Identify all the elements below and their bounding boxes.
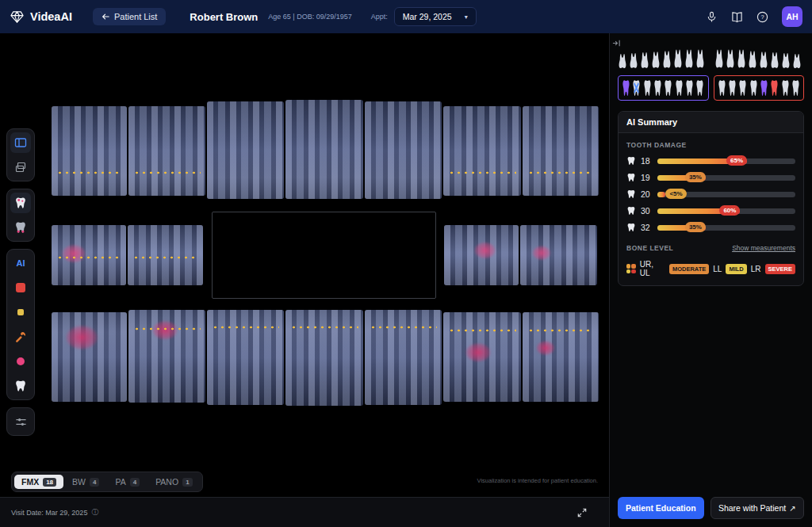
education-library-icon[interactable] [731, 11, 743, 23]
tab-bw[interactable]: BW4 [65, 475, 106, 489]
collapse-panel-icon[interactable] [612, 39, 621, 48]
lower-right-quadrant-box[interactable] [714, 75, 805, 101]
xray-image[interactable] [285, 310, 363, 406]
tooth-icon[interactable] [726, 48, 735, 70]
tab-fmx[interactable]: FMX18 [14, 475, 63, 489]
xray-image[interactable] [52, 106, 127, 196]
xray-image[interactable] [443, 106, 521, 196]
calculus-markers [212, 325, 279, 330]
tooth-icon[interactable] [781, 78, 790, 97]
videa-logo-icon [10, 10, 25, 24]
appointment-date-select[interactable]: Mar 29, 2025 ▾ [394, 7, 477, 26]
user-avatar[interactable]: AH [782, 6, 802, 27]
calculus-markers [132, 255, 199, 260]
tooth-icon[interactable] [622, 78, 630, 97]
brand: VideaAI [10, 10, 72, 24]
tooth-icon[interactable] [640, 51, 649, 70]
lesions-layer-button[interactable] [10, 351, 31, 372]
tooth-icon[interactable] [662, 49, 672, 70]
tooth-damage-row[interactable]: 1865% [626, 156, 795, 166]
tooth-icon[interactable] [781, 52, 791, 70]
tooth-icon[interactable] [748, 49, 757, 70]
empty-xray-slot[interactable] [212, 212, 436, 299]
tooth-icon[interactable] [643, 78, 652, 97]
tooth-number: 19 [641, 173, 653, 182]
xray-image[interactable] [444, 225, 519, 285]
tooth-icon[interactable] [651, 50, 661, 70]
tooth-icon[interactable] [695, 78, 704, 97]
tooth-icon[interactable] [728, 78, 737, 97]
visit-date: Visit Date: Mar 29, 2025 [11, 509, 87, 517]
help-icon[interactable]: ? [756, 11, 768, 23]
tooth-damage-row[interactable]: 3060% [626, 206, 795, 216]
tooth-icon[interactable] [714, 48, 724, 70]
xray-image[interactable] [365, 101, 442, 199]
tab-pa[interactable]: PA4 [108, 475, 147, 489]
tooth-icon[interactable] [673, 48, 683, 70]
tooth-icon[interactable] [770, 51, 779, 70]
xray-image[interactable] [285, 100, 363, 199]
tooth-caries-overlay-button[interactable] [10, 193, 31, 213]
tooth-perio-overlay-button[interactable] [10, 217, 31, 238]
xray-image[interactable] [128, 106, 205, 196]
stack-view-button[interactable] [10, 157, 31, 178]
tab-pano[interactable]: PANO1 [148, 475, 199, 489]
tooth-damage-row[interactable]: 3235% [626, 223, 795, 232]
tooth-damage-row[interactable]: 1935% [626, 173, 795, 182]
tool-group: AI [6, 249, 35, 400]
tooth-icon[interactable] [632, 78, 641, 97]
tooth-icon[interactable] [749, 78, 758, 97]
xray-image[interactable] [128, 310, 205, 403]
grid-view-icon [14, 136, 27, 149]
tooth-damage-row[interactable]: 20<5% [626, 189, 795, 199]
fullscreen-icon[interactable] [577, 508, 587, 517]
tooth-icon[interactable] [675, 78, 684, 97]
grid-view-button[interactable] [10, 132, 31, 153]
caries-layer-button[interactable] [10, 277, 31, 298]
xray-image[interactable] [365, 310, 442, 405]
tool-group [6, 407, 35, 436]
calculus-layer-button[interactable] [10, 302, 31, 323]
damage-bar: 35% [657, 225, 795, 231]
xray-image[interactable] [128, 225, 203, 285]
tooth-icon[interactable] [695, 48, 705, 70]
tooth-icon[interactable] [618, 52, 627, 70]
xray-image[interactable] [520, 225, 597, 285]
tooth-icon[interactable] [737, 48, 746, 70]
patient-list-button[interactable]: Patient List [93, 8, 166, 25]
ai-findings-button[interactable]: AI [10, 253, 31, 273]
xray-image[interactable] [207, 310, 284, 405]
show-measurements-link[interactable]: Show measurements [732, 244, 795, 252]
tooth-icon[interactable] [738, 78, 747, 97]
xray-image[interactable] [52, 225, 126, 285]
xray-image[interactable] [523, 312, 599, 402]
share-with-patient-button[interactable]: Share with Patient ↗ [710, 497, 805, 519]
info-icon[interactable]: ⓘ [91, 507, 98, 517]
xray-image[interactable] [523, 106, 599, 196]
tooth-icon[interactable] [684, 48, 694, 70]
tooth-icon[interactable] [685, 78, 694, 97]
microphone-icon[interactable] [706, 11, 718, 23]
teeth-layer-button[interactable] [10, 376, 31, 396]
tooth-icon[interactable] [629, 52, 638, 70]
lower-left-quadrant-box[interactable] [618, 75, 709, 101]
tooth-icon[interactable] [718, 78, 726, 97]
tooth-icon[interactable] [653, 78, 662, 97]
xray-image[interactable] [52, 312, 127, 402]
tooth-icon[interactable] [760, 78, 768, 97]
patient-education-button[interactable]: Patient Education [618, 497, 704, 519]
tab-label: PANO [155, 477, 178, 487]
teeth-layer-icon [14, 380, 27, 392]
tooth-icon[interactable] [759, 50, 768, 70]
damage-bar: 35% [657, 175, 795, 181]
tooth-icon[interactable] [792, 52, 802, 70]
finding-highlight [465, 342, 492, 363]
adjustments-button[interactable] [10, 411, 31, 432]
restorations-layer-button[interactable] [10, 327, 31, 347]
tooth-icon[interactable] [791, 78, 800, 97]
tooth-icon[interactable] [770, 78, 779, 97]
calculus-markers [133, 170, 201, 175]
xray-image[interactable] [443, 312, 521, 402]
tooth-icon[interactable] [664, 78, 672, 97]
xray-image[interactable] [207, 101, 284, 199]
